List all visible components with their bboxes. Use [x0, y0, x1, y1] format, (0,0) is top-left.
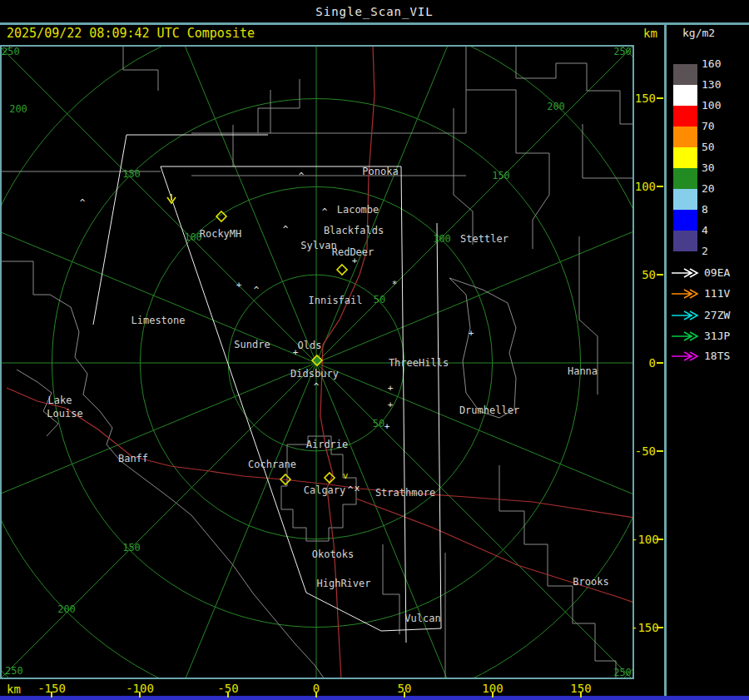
city-label: Louise	[47, 408, 82, 420]
city-label: ThreeHills	[389, 357, 449, 369]
arrow-glyph	[672, 332, 697, 340]
right-axis-tick-label: -150	[631, 621, 656, 634]
ring-distance-label: 250	[5, 665, 23, 677]
scale-value-label: 160	[702, 58, 732, 70]
county-boundary	[449, 278, 516, 418]
track-id-label: 31JP	[704, 330, 746, 342]
coverage-outline	[93, 135, 126, 325]
bottom-axis-tick-mark	[315, 692, 317, 698]
scale-value-label: 50	[702, 141, 732, 153]
ring-distance-label: 150	[122, 168, 141, 180]
bottom-axis-tick-mark	[139, 692, 141, 698]
city-label: Vulcan	[404, 613, 440, 624]
storm-cell-mark: x	[355, 483, 360, 494]
ring-distance-label: 150	[492, 170, 510, 181]
ring-distance-label: 250	[613, 667, 632, 678]
city-label: Strathmore	[375, 487, 435, 499]
right-axis-tick-mark	[657, 450, 663, 452]
scale-swatch	[673, 147, 697, 168]
storm-cell-mark: ^	[348, 484, 354, 495]
city-label: Lacombe	[337, 204, 379, 216]
city-label: Drumheller	[459, 405, 519, 416]
right-axis-tick-label: -50	[631, 444, 656, 458]
city-label: Innisfail	[308, 295, 362, 306]
track-id-label: 09EA	[704, 267, 746, 279]
scale-swatch	[673, 189, 697, 210]
city-label: HighRiver	[316, 578, 370, 589]
scale-swatch	[673, 231, 697, 251]
top-divider	[0, 22, 749, 25]
highway-line	[243, 476, 634, 518]
storm-cell-mark: +	[236, 280, 242, 290]
arrow-glyph	[672, 311, 697, 320]
right-axis-tick-mark	[657, 97, 663, 99]
city-label: Okotoks	[312, 549, 355, 560]
storm-cell-mark: ^	[80, 197, 86, 208]
city-label: Sundre	[234, 339, 270, 350]
ring-distance-label: 200	[9, 103, 27, 115]
scale-value-label: 130	[702, 79, 732, 91]
map-layers: 2502001501002502001501005050150200250250…	[0, 45, 635, 680]
bottom-status-bar	[0, 696, 749, 700]
window-title: Single_Scan_VIL	[0, 0, 749, 22]
right-axis-tick-mark	[657, 186, 663, 187]
county-boundary	[516, 46, 634, 124]
storm-cell-mark: +	[352, 256, 358, 266]
legend-divider	[664, 22, 667, 696]
scale-swatch	[673, 106, 697, 127]
city-label: Cochrane	[248, 459, 296, 470]
storm-cell-mark: ^	[254, 285, 260, 295]
storm-cell-mark: +	[469, 328, 474, 339]
county-boundary	[0, 261, 50, 295]
radar-site-marker	[337, 265, 347, 275]
storm-cell-mark: ^	[322, 206, 328, 217]
legend-unit-label: kg/m2	[682, 27, 715, 39]
right-axis-tick-mark	[657, 627, 663, 628]
city-label: Didsbury	[290, 368, 339, 380]
ring-distance-label: 200	[547, 101, 565, 112]
county-boundary	[258, 79, 300, 133]
ring-distance-label: 200	[57, 603, 76, 615]
track-arrow-icon	[671, 310, 701, 320]
ring-distance-label: 50	[373, 418, 384, 429]
storm-cell-mark: +	[384, 421, 390, 432]
bottom-axis-tick-mark	[404, 692, 405, 698]
city-label: Lake	[48, 395, 72, 406]
scale-swatch	[673, 210, 697, 231]
scale-value-label: 30	[702, 162, 732, 174]
county-boundary	[583, 124, 634, 178]
arrow-glyph	[672, 290, 697, 298]
county-boundary	[171, 499, 325, 679]
track-arrow-icon	[671, 331, 701, 341]
city-label: Brooks	[573, 576, 608, 588]
right-axis-tick-label: 50	[631, 268, 656, 281]
ring-distance-label: 250	[2, 46, 20, 57]
scale-value-label: 4	[702, 225, 732, 236]
arrow-glyph	[672, 269, 697, 277]
storm-cell-mark: v	[343, 470, 349, 481]
scale-value-label: 2	[702, 246, 732, 257]
storm-track-arrow	[167, 194, 176, 203]
scale-swatch	[673, 64, 697, 85]
ring-distance-label: 150	[122, 542, 141, 554]
right-axis-tick-mark	[657, 362, 663, 364]
scale-swatch	[673, 85, 697, 106]
right-axis-tick-label: 100	[631, 180, 656, 193]
city-label: Airdrie	[306, 439, 349, 450]
scale-value-label: 100	[702, 100, 732, 112]
ring-distance-label: 50	[374, 294, 385, 305]
city-label: Olds	[298, 340, 322, 351]
map-canvas[interactable]: 2502001501002502001501005050150200250250…	[0, 45, 635, 680]
storm-cell-mark: ^	[283, 224, 289, 235]
storm-cell-mark: *	[392, 279, 398, 290]
city-label: Calgary	[304, 484, 346, 496]
scale-swatch	[673, 168, 697, 189]
track-id-label: 27ZW	[704, 310, 746, 321]
storm-cell-mark: +	[388, 383, 394, 394]
scale-value-label: 8	[702, 204, 732, 216]
county-boundary	[499, 465, 616, 679]
county-boundary	[123, 46, 158, 91]
city-label: RockyMH	[200, 228, 242, 240]
right-axis-tick-label: 150	[631, 92, 656, 105]
track-arrow-icon	[671, 268, 701, 278]
